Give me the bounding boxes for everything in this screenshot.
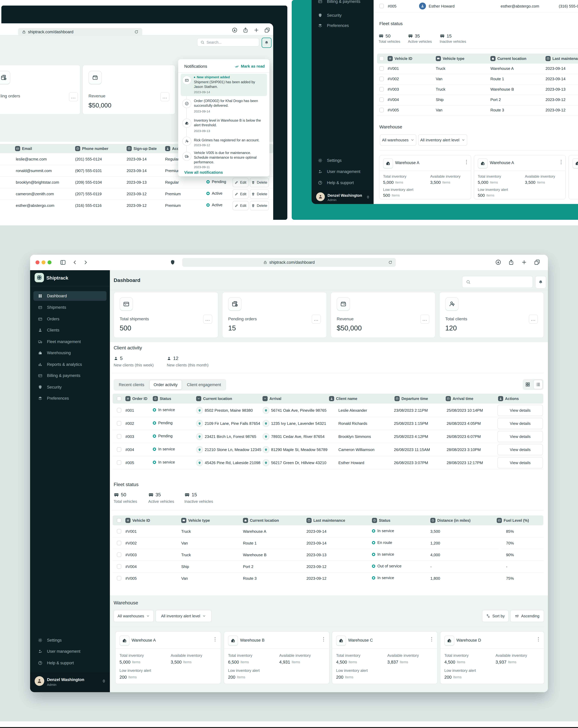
notification-text[interactable]: Rick Grimes has registered for an accoun… (194, 138, 265, 142)
col-header[interactable]: Order ID (125, 396, 147, 401)
notification-text[interactable]: Order (ORD002) for Khal Drogo has been s… (194, 99, 265, 108)
card-menu-button[interactable]: ... (312, 315, 321, 324)
row-checkbox[interactable] (379, 77, 384, 81)
sidebar-item-user-management[interactable]: User management (33, 647, 107, 656)
search-input[interactable] (473, 280, 523, 285)
notification-text[interactable]: Vehicle V005 is due for maintenance. Sch… (194, 151, 263, 164)
col-header[interactable]: Status (153, 396, 171, 401)
view-details-button[interactable]: View details (497, 444, 543, 455)
tab-client-engagement[interactable]: Client engagement (183, 380, 225, 389)
edit-button[interactable]: Edit (233, 189, 248, 199)
notification-text[interactable]: Inventory level in Warehouse B is below … (194, 118, 265, 128)
table-row[interactable] (112, 572, 543, 584)
view-details-button[interactable]: View details (497, 405, 543, 416)
list-view-icon[interactable] (533, 380, 543, 389)
row-checkbox[interactable] (117, 434, 121, 439)
col-header-location[interactable]: Current location (491, 56, 526, 61)
ascending-button[interactable]: Ascending (510, 610, 544, 622)
col-header[interactable]: Departure time (395, 396, 428, 401)
edit-button[interactable]: Edit (233, 201, 248, 210)
table-row[interactable] (374, 0, 578, 12)
sidebar-item-billing[interactable]: Billing & payments (313, 0, 372, 6)
sidebar-item-fleet[interactable]: Fleet management (33, 337, 107, 346)
tab-order-activity[interactable]: Order activity (150, 380, 182, 390)
chevron-up-down-icon[interactable] (366, 195, 370, 199)
col-header-email[interactable]: Email (15, 146, 32, 151)
sidebar-item-dashboard[interactable]: Dashboard (33, 291, 107, 301)
header-checkbox[interactable] (117, 518, 121, 523)
table-row[interactable] (112, 561, 543, 573)
new-tab-icon[interactable] (521, 259, 527, 265)
sidebar-item-clients[interactable]: Clients (33, 325, 107, 335)
delete-button[interactable]: Delete (250, 189, 269, 199)
sidebar-item-shipments[interactable]: Shipments (33, 303, 107, 312)
sidebar-item-security[interactable]: Security (313, 10, 372, 20)
traffic-light-close[interactable] (35, 260, 40, 264)
row-checkbox[interactable] (379, 87, 384, 92)
view-details-button[interactable]: View details (497, 457, 543, 468)
traffic-light-zoom[interactable] (48, 260, 51, 264)
refresh-icon[interactable] (388, 260, 392, 264)
sidebar-item-security[interactable]: Security (33, 382, 107, 392)
view-details-button[interactable]: View details (497, 418, 543, 429)
col-header-maintenance[interactable]: Last maintenance (546, 56, 578, 61)
sidebar-item-preferences[interactable]: Preferences (313, 21, 372, 30)
sidebar-item-reports[interactable]: Reports & analytics (33, 360, 107, 369)
col-header[interactable]: Current location (243, 518, 279, 523)
tab-overview-icon[interactable] (534, 259, 540, 265)
sidebar-item-settings[interactable]: Settings (33, 635, 107, 645)
sidebar-item-orders[interactable]: Orders (33, 314, 107, 324)
row-checkbox[interactable] (117, 552, 121, 557)
warehouses-filter[interactable]: All warehouses (114, 610, 154, 622)
col-header[interactable]: Arrival (263, 396, 281, 401)
sidebar-item-help[interactable]: Help & support (33, 658, 107, 668)
sidebar-item-billing[interactable]: Billing & payments (33, 371, 107, 381)
view-all-notifications-link[interactable]: View all notifications (184, 170, 223, 175)
card-menu-button[interactable]: ... (203, 315, 212, 324)
card-menu-button[interactable]: ... (69, 92, 78, 101)
col-header[interactable]: Status (372, 518, 390, 523)
tab-overview-icon[interactable] (264, 27, 270, 33)
share-icon[interactable] (508, 259, 514, 265)
row-checkbox[interactable] (379, 66, 384, 71)
col-header[interactable]: Vehicle type (181, 518, 210, 523)
card-menu-icon[interactable]: ⋮ (321, 636, 326, 642)
row-checkbox[interactable] (379, 108, 384, 112)
row-checkbox[interactable] (117, 460, 121, 465)
header-checkbox[interactable] (379, 56, 384, 61)
row-checkbox[interactable] (117, 576, 121, 580)
shield-icon[interactable] (170, 260, 176, 265)
sort-by-button[interactable]: Sort by (482, 610, 508, 622)
col-header[interactable]: Fuel Level (%) (497, 518, 529, 523)
main-search[interactable] (462, 276, 533, 288)
refresh-icon[interactable] (134, 30, 138, 34)
delete-button[interactable]: Delete (250, 178, 269, 187)
row-checkbox[interactable] (117, 564, 121, 569)
card-menu-button[interactable]: ... (420, 315, 429, 324)
alert-level-filter[interactable]: All inventory alert level (156, 610, 211, 622)
tab-recent-clients[interactable]: Recent clients (115, 380, 148, 389)
row-checkbox[interactable] (379, 97, 384, 102)
chevron-up-down-icon[interactable] (102, 679, 106, 683)
warehouses-filter[interactable]: All warehouses (380, 134, 416, 146)
table-row[interactable] (112, 525, 543, 538)
panel-a-search[interactable]: Search... (197, 38, 259, 47)
card-menu-button[interactable]: ... (529, 315, 538, 324)
view-details-button[interactable]: View details (497, 431, 543, 442)
new-tab-icon[interactable] (254, 27, 259, 33)
row-checkbox[interactable] (117, 447, 121, 452)
share-icon[interactable] (243, 27, 248, 33)
col-header[interactable]: Vehicle ID (125, 518, 150, 523)
col-header[interactable]: Actions (498, 396, 519, 401)
col-header[interactable]: Client name (329, 396, 357, 401)
col-header-signup[interactable]: Sign-up Date (127, 146, 157, 151)
download-icon[interactable] (232, 27, 238, 33)
row-checkbox[interactable] (379, 4, 384, 8)
forward-icon[interactable] (82, 259, 88, 265)
card-menu-icon[interactable]: ⋮ (429, 636, 434, 642)
alert-level-filter[interactable]: All inventory alert level (418, 134, 467, 146)
table-row[interactable] (112, 537, 543, 549)
sidebar-item-settings[interactable]: Settings (313, 156, 372, 165)
delete-button[interactable]: Delete (250, 201, 269, 210)
main-url-bar[interactable]: shiptrack.com/dashboard (182, 258, 396, 267)
